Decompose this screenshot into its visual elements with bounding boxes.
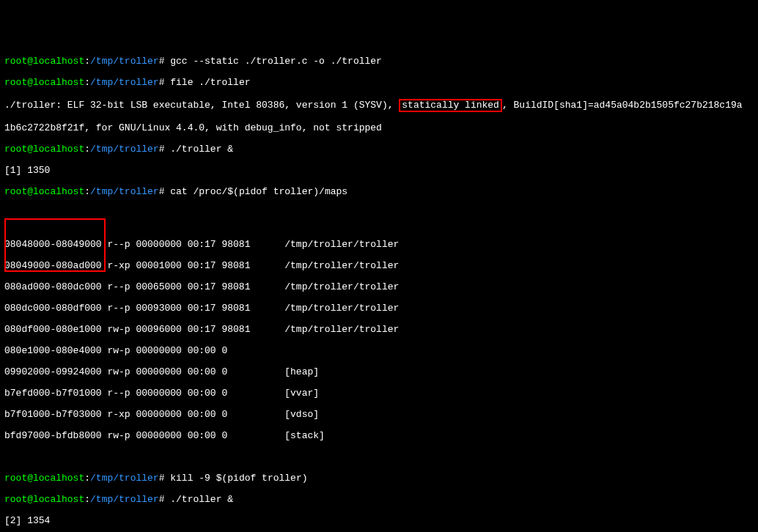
- statically-linked-highlight: statically linked: [399, 99, 502, 113]
- file-output: ./troller: ELF 32-bit LSB executable, In…: [4, 100, 399, 111]
- command: kill -9 $(pidof troller): [170, 473, 307, 484]
- job-output: [2] 1354: [4, 515, 50, 526]
- maps-line: 09902000-09924000 rw-p 00000000 00:00 0 …: [4, 366, 319, 377]
- job-output: [1] 1350: [4, 165, 50, 176]
- prompt-user: root@localhost: [4, 56, 84, 67]
- maps-line: 080df000-080e1000 rw-p 00096000 00:17 98…: [4, 324, 399, 335]
- maps-line: b7efd000-b7f01000 r--p 00000000 00:00 0 …: [4, 388, 319, 399]
- maps-line: b7f01000-b7f03000 r-xp 00000000 00:00 0 …: [4, 409, 319, 420]
- command: ./troller &: [170, 494, 233, 505]
- maps-line: 080ad000-080dc000 r--p 00065000 00:17 98…: [4, 281, 399, 292]
- command: cat /proc/$(pidof troller)/maps: [170, 186, 347, 197]
- command: file ./troller: [170, 77, 250, 88]
- maps-line: 08049000-080ad000 r-xp 00001000 00:17 98…: [4, 260, 399, 271]
- prompt-path: /tmp/troller: [90, 56, 159, 67]
- command: ./troller &: [170, 144, 233, 155]
- maps-line: 080dc000-080df000 r--p 00093000 00:17 98…: [4, 303, 399, 314]
- maps-line: 08048000-08049000 r--p 00000000 00:17 98…: [4, 239, 399, 250]
- maps-block-1: 08048000-08049000 r--p 00000000 00:17 98…: [4, 218, 754, 452]
- terminal-output: root@localhost:/tmp/troller# gcc --stati…: [4, 45, 754, 532]
- maps-line: bfd97000-bfdb8000 rw-p 00000000 00:00 0 …: [4, 430, 325, 441]
- command: gcc --static ./troller.c -o ./troller: [170, 56, 382, 67]
- maps-line: 080e1000-080e4000 rw-p 00000000 00:00 0: [4, 345, 227, 356]
